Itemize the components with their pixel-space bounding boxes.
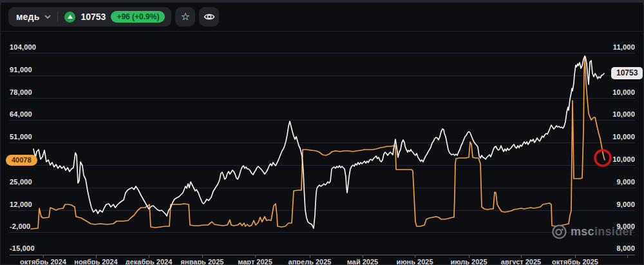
- left-axis-label: 51,000: [10, 133, 32, 141]
- right-axis-label: 10,000: [612, 133, 635, 141]
- x-axis-month-label: август 2025: [501, 258, 541, 265]
- star-icon: ☆: [181, 12, 190, 22]
- left-axis-label: 25,000: [10, 178, 32, 186]
- price-value-badge: 10753: [611, 67, 643, 79]
- right-axis-label: 10,000: [612, 110, 635, 118]
- symbol-selector[interactable]: медь 10753 +96 (+0.9%): [8, 7, 171, 26]
- left-axis-label: 12,000: [10, 201, 32, 208]
- eye-icon: [204, 12, 215, 21]
- left-axis-label: 104,000: [10, 43, 36, 51]
- x-axis-month-label: декабрь 2024: [126, 258, 173, 265]
- symbol-name: медь: [16, 12, 39, 22]
- chart-header: медь 10753 +96 (+0.9%) ☆: [8, 7, 219, 26]
- x-axis-month-label: май 2025: [347, 258, 378, 265]
- x-axis-month-label: июль 2025: [450, 258, 487, 265]
- x-axis-month-label: октябрь 2025: [552, 258, 598, 265]
- right-axis-label: 8,000: [616, 244, 635, 252]
- price-change-badge: +96 (+0.9%): [111, 11, 165, 23]
- x-axis-month-label: апрель 2025: [289, 258, 332, 265]
- left-axis-label: 78,000: [10, 88, 32, 96]
- current-price: 10753: [80, 12, 106, 22]
- left-axis-label: 91,000: [10, 66, 32, 74]
- x-axis-month-label: январь 2025: [181, 258, 224, 265]
- price-chart[interactable]: [1, 3, 644, 265]
- watermark-logo-icon: [552, 224, 567, 239]
- watch-button[interactable]: [199, 7, 219, 26]
- right-axis-label: 9,000: [616, 178, 635, 186]
- x-axis-month-label: март 2025: [238, 258, 272, 265]
- right-axis-label: 9,000: [616, 201, 635, 208]
- right-axis-label: 10,000: [612, 155, 635, 163]
- left-axis-label: -2,000: [10, 222, 30, 230]
- right-axis-label: 10,000: [612, 88, 635, 96]
- left-axis-label: 64,000: [10, 110, 32, 118]
- x-axis-month-label: октябрь 2024: [20, 258, 66, 265]
- divider: [57, 12, 58, 22]
- x-axis-month-label: июнь 2025: [396, 258, 433, 265]
- orange-series-value-badge: 40078: [6, 155, 37, 166]
- favorite-button[interactable]: ☆: [175, 7, 195, 26]
- x-axis-month-label: ноябрь 2024: [74, 258, 117, 265]
- copper-price-line: [33, 56, 604, 228]
- right-axis-label: 9,000: [616, 222, 635, 230]
- trading-chart-window: медь 10753 +96 (+0.9%) ☆: [0, 0, 644, 265]
- chevron-down-icon[interactable]: [44, 15, 51, 19]
- right-axis-label: 11,000: [613, 43, 635, 51]
- up-arrow-icon: [64, 12, 75, 23]
- left-axis-label: -15,000: [10, 244, 35, 252]
